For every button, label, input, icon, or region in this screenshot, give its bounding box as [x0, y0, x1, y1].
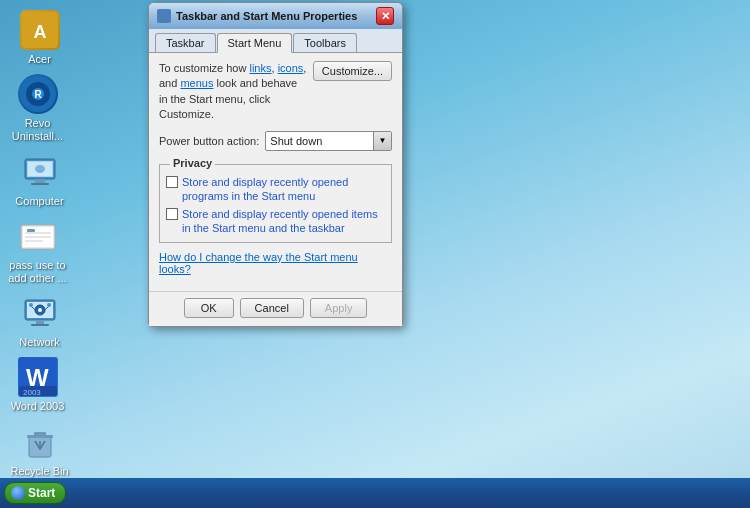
power-select[interactable]: Shut down ▼: [265, 131, 392, 151]
dialog-buttons: OK Cancel Apply: [149, 291, 402, 326]
computer-label: Computer: [15, 195, 63, 208]
customize-description: To customize how links, icons, and menus…: [159, 61, 313, 123]
tab-toolbars[interactable]: Toolbars: [293, 33, 357, 52]
network-icon: [20, 293, 60, 333]
revo-icon: R: [18, 74, 58, 114]
dialog-content: To customize how links, icons, and menus…: [149, 53, 402, 291]
checkbox-row-1: Store and display recently opened progra…: [166, 175, 385, 204]
icon-network[interactable]: Network: [7, 293, 72, 349]
customize-link-menus[interactable]: menus: [180, 77, 213, 89]
power-button-row: Power button action: Shut down ▼: [159, 131, 392, 151]
dialog-titlebar: Taskbar and Start Menu Properties ✕: [149, 3, 402, 29]
checkbox-items[interactable]: [166, 208, 178, 220]
start-button[interactable]: Start: [4, 482, 66, 504]
recycle-label: Recycle Bin: [10, 465, 68, 478]
privacy-legend: Privacy: [170, 157, 215, 169]
passuse-icon: [18, 216, 58, 256]
power-select-value: Shut down: [266, 135, 373, 147]
start-label: Start: [28, 486, 55, 500]
recycle-icon: [20, 422, 60, 462]
svg-text:A: A: [33, 22, 46, 42]
revo-label: Revo Uninstall...: [5, 117, 70, 143]
tab-startmenu[interactable]: Start Menu: [217, 33, 293, 53]
icon-computer[interactable]: Computer: [7, 152, 72, 208]
svg-rect-9: [31, 183, 49, 185]
word-icon: W 2003: [18, 357, 58, 397]
svg-text:R: R: [34, 89, 42, 100]
word2003-label: Word 2003: [11, 400, 65, 413]
dialog-title-text: Taskbar and Start Menu Properties: [176, 10, 357, 22]
apply-button[interactable]: Apply: [310, 298, 368, 318]
svg-rect-23: [31, 324, 49, 326]
acer-icon: A: [20, 10, 60, 50]
power-select-arrow[interactable]: ▼: [373, 132, 391, 150]
taskbar-properties-dialog: Taskbar and Start Menu Properties ✕ Task…: [148, 2, 403, 327]
icon-passuse[interactable]: pass use to add other ...: [5, 216, 70, 285]
customize-button[interactable]: Customize...: [313, 61, 392, 81]
dialog-title: Taskbar and Start Menu Properties: [157, 9, 357, 23]
power-label: Power button action:: [159, 135, 259, 147]
icon-word2003[interactable]: W 2003 Word 2003: [5, 357, 70, 413]
svg-point-27: [47, 303, 51, 307]
dialog-tabs: Taskbar Start Menu Toolbars: [149, 29, 402, 53]
svg-rect-17: [27, 229, 35, 232]
cancel-button[interactable]: Cancel: [240, 298, 304, 318]
svg-point-11: [35, 165, 45, 173]
acer-label: Acer: [28, 53, 51, 66]
checkbox-row-2: Store and display recently opened items …: [166, 207, 385, 236]
computer-icon: [20, 152, 60, 192]
dialog-title-icon: [157, 9, 171, 23]
taskbar: Start: [0, 478, 750, 508]
privacy-fieldset: Privacy Store and display recently opene…: [159, 159, 392, 243]
help-link[interactable]: How do I change the way the Start menu l…: [159, 251, 392, 275]
svg-rect-22: [36, 320, 44, 324]
customize-link-links[interactable]: links: [249, 62, 271, 74]
tab-taskbar[interactable]: Taskbar: [155, 33, 216, 52]
checkbox-items-label: Store and display recently opened items …: [182, 207, 385, 236]
ok-button[interactable]: OK: [184, 298, 234, 318]
passuse-label: pass use to add other ...: [5, 259, 70, 285]
customize-link-icons[interactable]: icons: [278, 62, 304, 74]
svg-rect-34: [34, 432, 46, 436]
customize-row: To customize how links, icons, and menus…: [159, 61, 392, 123]
icon-revo[interactable]: R Revo Uninstall...: [5, 74, 70, 143]
svg-point-26: [29, 303, 33, 307]
icon-recycle[interactable]: Recycle Bin: [7, 422, 72, 478]
network-label: Network: [19, 336, 59, 349]
checkbox-programs[interactable]: [166, 176, 178, 188]
svg-text:2003: 2003: [23, 388, 41, 396]
start-orb-icon: [11, 486, 25, 500]
dialog-close-button[interactable]: ✕: [376, 7, 394, 25]
desktop-icons: A Acer R Revo Uninstall...: [0, 0, 140, 508]
checkbox-programs-label: Store and display recently opened progra…: [182, 175, 385, 204]
svg-rect-8: [35, 179, 45, 183]
icon-acer[interactable]: A Acer: [7, 10, 72, 66]
svg-point-21: [38, 308, 42, 312]
